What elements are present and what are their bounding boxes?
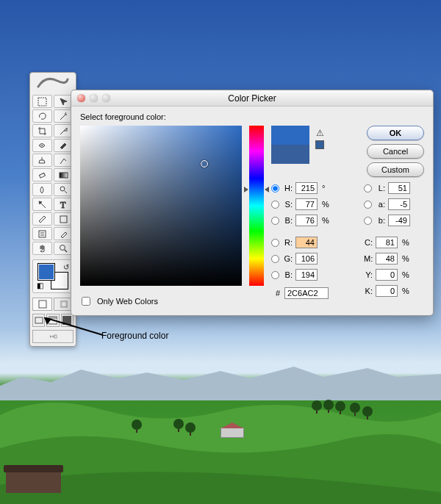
y-field[interactable]: Y: % (364, 268, 424, 281)
m-input[interactable] (376, 253, 398, 264)
only-web-colors-checkbox[interactable]: Only Web Colors (79, 295, 158, 308)
svg-text:T: T (60, 200, 66, 209)
gamut-warning[interactable]: ⚠ (315, 128, 324, 149)
c-field[interactable]: C: % (364, 236, 424, 249)
hex-input[interactable] (284, 287, 329, 299)
marquee-tool[interactable] (32, 95, 52, 108)
brgb-radio[interactable] (271, 271, 279, 279)
blab-field[interactable]: b: (364, 214, 424, 227)
l-radio[interactable] (364, 184, 372, 192)
tree (185, 422, 196, 433)
section-label: Select foreground color: (80, 112, 424, 121)
s-field[interactable]: S: % (271, 198, 342, 211)
hue-handle-right[interactable] (265, 187, 269, 192)
zoom-icon (102, 94, 110, 102)
screen-mode-full-menus[interactable] (46, 314, 59, 327)
notes-tool[interactable] (32, 227, 52, 240)
barn (6, 471, 61, 493)
svg-point-16 (62, 302, 66, 306)
color-preview (271, 126, 309, 164)
close-icon[interactable] (77, 94, 85, 102)
photoshop-toolbox: T ↺ ◧ (29, 72, 76, 347)
s-input[interactable] (295, 198, 318, 210)
jump-to-imageready-button[interactable] (32, 330, 74, 343)
svg-point-12 (60, 245, 65, 250)
k-field[interactable]: K: % (364, 284, 424, 298)
dialog-title: Color Picker (228, 93, 276, 104)
l-input[interactable] (388, 182, 410, 194)
only-web-checkbox[interactable] (82, 297, 90, 306)
g-field[interactable]: G: (271, 252, 342, 265)
svg-rect-2 (39, 173, 45, 178)
a-input[interactable] (388, 198, 410, 210)
saturation-value-field[interactable] (80, 126, 242, 286)
tree (312, 400, 322, 411)
g-radio[interactable] (271, 255, 279, 263)
k-input[interactable] (376, 285, 398, 297)
brgb-field[interactable]: B: (271, 268, 342, 281)
brgb-input[interactable] (295, 269, 318, 281)
a-radio[interactable] (364, 201, 372, 209)
svg-rect-21 (54, 335, 57, 338)
c-input[interactable] (376, 237, 398, 248)
tree (350, 403, 360, 413)
preview-old-color[interactable] (271, 145, 309, 164)
blab-input[interactable] (388, 215, 410, 226)
standard-mode-button[interactable] (32, 298, 52, 311)
color-picker-dialog: Color Picker Select foreground color: ⚠ (71, 90, 434, 316)
hue-slider[interactable] (249, 126, 264, 286)
default-colors-icon[interactable]: ◧ (37, 281, 43, 289)
hue-handle-left[interactable] (244, 187, 248, 192)
heal-tool[interactable] (32, 139, 52, 152)
path-tool[interactable] (32, 198, 52, 211)
svg-point-4 (60, 187, 65, 191)
cancel-button[interactable]: Cancel (367, 144, 424, 159)
g-input[interactable] (295, 253, 318, 264)
h-input[interactable] (295, 182, 318, 194)
svg-rect-17 (35, 317, 43, 323)
h-radio[interactable] (271, 184, 279, 192)
custom-button[interactable]: Custom (367, 162, 424, 177)
pen-tool[interactable] (32, 212, 52, 226)
websafe-icon[interactable] (315, 140, 324, 149)
h-field[interactable]: H: ° (271, 181, 342, 195)
svg-rect-8 (60, 216, 67, 223)
svg-rect-20 (62, 316, 71, 325)
swap-colors-icon[interactable]: ↺ (63, 263, 69, 271)
tree (173, 419, 184, 429)
bv-radio[interactable] (271, 217, 279, 225)
blab-radio[interactable] (364, 217, 372, 225)
foreground-color-swatch[interactable] (37, 263, 55, 281)
tree (132, 420, 142, 430)
svg-line-5 (65, 191, 67, 193)
stamp-tool[interactable] (32, 154, 52, 167)
hex-field[interactable]: # (271, 287, 342, 300)
hand-tool[interactable] (32, 242, 52, 255)
ok-button[interactable]: OK (367, 126, 424, 140)
screen-mode-standard[interactable] (32, 314, 45, 327)
bv-input[interactable] (295, 215, 318, 226)
a-field[interactable]: a: (364, 198, 424, 211)
blur-tool[interactable] (32, 183, 52, 196)
eraser-tool[interactable] (32, 168, 52, 181)
r-radio[interactable] (271, 239, 279, 247)
bv-field[interactable]: B: % (271, 214, 342, 227)
svg-rect-9 (39, 231, 46, 237)
r-input[interactable] (295, 237, 318, 248)
crop-tool[interactable] (32, 124, 52, 137)
l-field[interactable]: L: (364, 181, 424, 195)
r-field[interactable]: R: (271, 236, 342, 249)
tree (335, 401, 345, 411)
screen-mode-full[interactable] (61, 314, 74, 327)
svg-line-13 (65, 250, 67, 252)
lasso-tool[interactable] (32, 109, 52, 123)
tree (362, 406, 373, 417)
s-radio[interactable] (271, 201, 279, 209)
warning-icon[interactable]: ⚠ (316, 128, 324, 138)
color-swatches[interactable]: ↺ ◧ (32, 259, 74, 293)
sv-cursor[interactable] (201, 160, 208, 168)
y-input[interactable] (376, 269, 398, 281)
toolbox-header-brush (32, 76, 74, 92)
m-field[interactable]: M: % (364, 252, 424, 265)
dialog-titlebar[interactable]: Color Picker (71, 90, 433, 107)
